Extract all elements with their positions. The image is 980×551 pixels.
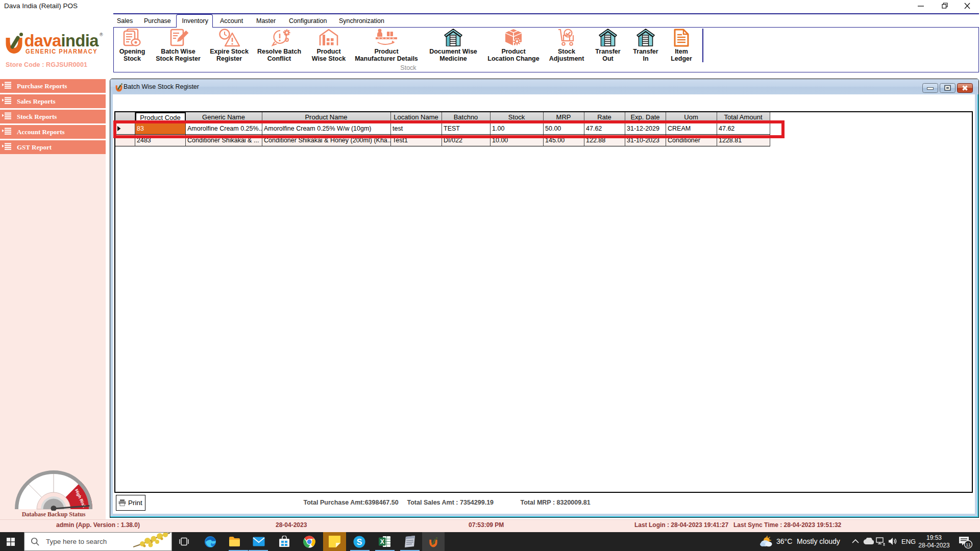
svg-text:®: ® xyxy=(100,32,103,37)
svg-text:S: S xyxy=(357,538,362,546)
svg-text:X: X xyxy=(380,538,384,545)
svg-text:11: 11 xyxy=(966,542,971,547)
svg-text:davaindia: davaindia xyxy=(24,32,100,50)
